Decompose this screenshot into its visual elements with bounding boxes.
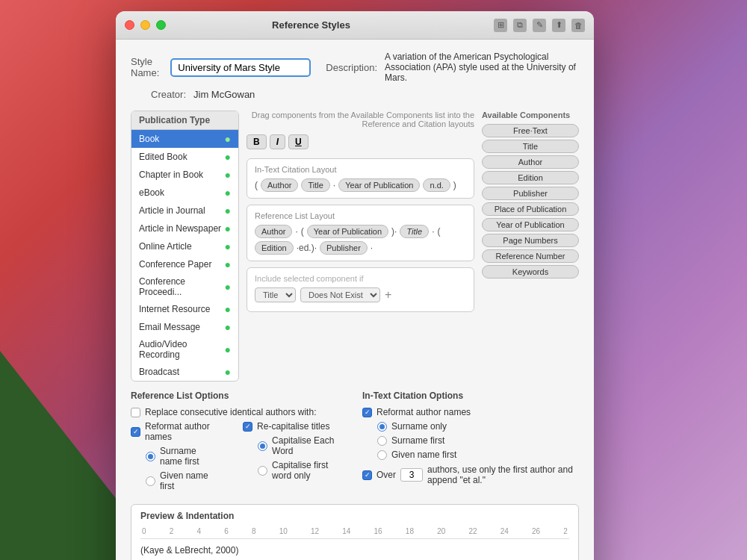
token-edition-ref[interactable]: Edition xyxy=(255,241,294,255)
avail-edition[interactable]: Edition xyxy=(482,171,579,184)
include-field-select[interactable]: Title xyxy=(255,287,296,302)
surname-only-row: Surname only xyxy=(377,421,579,432)
preview-section: Preview & Indentation 0 2 4 6 8 10 12 14… xyxy=(131,504,579,560)
capitalise-sub-group: Capitalise Each Word Capitalise first wo… xyxy=(243,435,347,481)
ruler: 0 2 4 6 8 10 12 14 16 18 20 22 24 26 2 xyxy=(140,526,569,539)
avail-publisher[interactable]: Publisher xyxy=(482,187,579,200)
intext-surname-first-radio[interactable] xyxy=(377,436,387,446)
check-icon-newspaper: ● xyxy=(225,223,231,234)
capitalise-each-row: Capitalise Each Word xyxy=(258,435,347,456)
surname-only-radio[interactable] xyxy=(377,422,387,432)
style-name-input[interactable] xyxy=(170,58,311,77)
pub-type-item-EditedBook[interactable]: Edited Book ● xyxy=(131,148,238,166)
avail-author[interactable]: Author xyxy=(482,155,579,169)
underline-button[interactable]: U xyxy=(288,134,309,149)
avail-ref-number[interactable]: Reference Number xyxy=(482,249,579,263)
add-condition-button[interactable]: + xyxy=(385,288,391,302)
icon-copy[interactable]: ⧉ xyxy=(513,19,527,32)
drag-hint: Drag components from the Available Compo… xyxy=(247,111,474,128)
replace-consecutive-cb[interactable] xyxy=(131,408,140,417)
token-title-intext[interactable]: Title xyxy=(301,178,329,192)
preview-title: Preview & Indentation xyxy=(140,511,569,521)
avail-year-pub[interactable]: Year of Publication xyxy=(482,218,579,231)
over-suffix: authors, use only the first author and a… xyxy=(427,464,579,485)
token-year-ref[interactable]: Year of Publication xyxy=(307,225,388,238)
window-body: Style Name: Description: A variation of … xyxy=(116,40,594,560)
titlebar-icons: ⊞ ⧉ ✎ ⬆ 🗑 xyxy=(494,19,585,32)
pub-type-item-ConferenceProceeding[interactable]: Conference Proceedi... ● xyxy=(131,273,238,300)
token-year[interactable]: Year of Publication xyxy=(338,178,420,192)
intext-given-name-radio[interactable] xyxy=(377,450,387,460)
over-cb[interactable] xyxy=(362,470,372,480)
right-col-options: Re-capitalise titles Capitalise Each Wor… xyxy=(243,421,347,495)
token-author[interactable]: Author xyxy=(261,178,298,192)
token-dot-ref2: · xyxy=(432,226,434,237)
avail-place-pub[interactable]: Place of Publication xyxy=(482,202,579,216)
token-ed-dot-ref: ·ed.)· xyxy=(297,243,317,253)
over-row: Over authors, use only the first author … xyxy=(362,464,579,485)
check-icon-book: ● xyxy=(225,133,231,145)
layout-area: Drag components from the Available Compo… xyxy=(247,111,474,382)
reformat-author-cb[interactable] xyxy=(131,427,140,437)
main-window: Reference Styles ⊞ ⧉ ✎ ⬆ 🗑 Style Name: D… xyxy=(116,11,594,560)
given-name-first-radio[interactable] xyxy=(146,476,155,486)
avail-title[interactable]: Title xyxy=(482,140,579,153)
pub-type-item-ConferencePaper[interactable]: Conference Paper ● xyxy=(131,255,238,273)
intext-surname-first-label: Surname first xyxy=(391,435,444,446)
publication-type-list: Publication Type Book ● Edited Book ● Ch… xyxy=(131,111,239,382)
surname-first-radio[interactable] xyxy=(146,452,155,461)
over-number-input[interactable] xyxy=(400,468,423,482)
pub-type-item-eBook[interactable]: eBook ● xyxy=(131,184,238,202)
token-punc-dot1: · xyxy=(333,180,335,190)
pub-type-item-ArticleJournal[interactable]: Article in Journal ● xyxy=(131,202,238,220)
icon-share[interactable]: ⬆ xyxy=(552,19,565,32)
intext-reformat-row: Reformat author names xyxy=(362,407,579,417)
toolbar-row: B I U xyxy=(247,134,474,149)
reflist-section: Reference List Layout Author · ( Year of… xyxy=(247,205,474,261)
token-punc-close: ) xyxy=(453,180,456,190)
include-condition-select[interactable]: Does Not Exist xyxy=(300,287,380,302)
check-icon-email: ● xyxy=(225,321,231,333)
avail-free-text[interactable]: Free·Text xyxy=(482,124,579,137)
intext-citation-options-title: In-Text Citation Options xyxy=(362,391,579,401)
available-components: Available Components Free·Text Title Aut… xyxy=(482,111,579,382)
pub-type-header: Publication Type xyxy=(131,111,238,130)
pub-type-item-Book[interactable]: Book ● xyxy=(131,130,238,148)
close-button[interactable] xyxy=(125,20,134,30)
pub-type-item-ArticleNewspaper[interactable]: Article in Newspaper ● xyxy=(131,220,238,237)
italic-button[interactable]: I xyxy=(270,134,285,149)
token-author-ref[interactable]: Author xyxy=(255,225,292,238)
icon-edit[interactable]: ✎ xyxy=(533,19,546,32)
replace-consecutive-label: Replace consecutive identical authors wi… xyxy=(145,407,316,417)
icon-add[interactable]: ⊞ xyxy=(494,19,507,32)
token-nd[interactable]: n.d. xyxy=(423,178,450,192)
creator-label: Creator: xyxy=(131,89,186,100)
icon-delete[interactable]: 🗑 xyxy=(571,19,585,32)
capitalise-each-label: Capitalise Each Word xyxy=(272,435,347,456)
pub-type-item-Broadcast[interactable]: Broadcast ● xyxy=(131,363,238,381)
avail-page-numbers[interactable]: Page Numbers xyxy=(482,234,579,247)
reformat-author-row: Reformat author names xyxy=(131,421,220,442)
style-name-label: Style Name: xyxy=(131,56,163,78)
intext-citation-title: In-Text Citation Layout xyxy=(255,165,466,174)
token-dot-ref3: · xyxy=(371,243,373,253)
capitalise-first-radio[interactable] xyxy=(258,466,267,476)
pub-type-item-EmailMessage[interactable]: Email Message ● xyxy=(131,318,238,336)
capitalise-first-row: Capitalise first word only xyxy=(258,460,347,481)
avail-keywords[interactable]: Keywords xyxy=(482,265,579,279)
replace-consecutive-row: Replace consecutive identical authors wi… xyxy=(131,407,347,417)
capitalise-each-radio[interactable] xyxy=(258,441,267,451)
creator-row: Creator: Jim McGowan xyxy=(131,89,579,100)
pub-type-item-InternetResource[interactable]: Internet Resource ● xyxy=(131,300,238,318)
pub-type-item-ChapterInBook[interactable]: Chapter in Book ● xyxy=(131,166,238,184)
bold-button[interactable]: B xyxy=(247,134,267,149)
token-title-ref[interactable]: Title xyxy=(400,225,429,238)
intext-reformat-cb[interactable] xyxy=(362,408,372,417)
token-publisher-ref[interactable]: Publisher xyxy=(320,241,368,255)
reflist-tokens: Author · ( Year of Publication )· Title … xyxy=(255,225,466,255)
intext-reformat-label: Reformat author names xyxy=(376,407,471,417)
recapitalise-cb[interactable] xyxy=(243,422,252,432)
include-title: Include selected component if xyxy=(255,274,466,283)
pub-type-item-AudioVideo[interactable]: Audio/Video Recording ● xyxy=(131,336,238,363)
pub-type-item-OnlineArticle[interactable]: Online Article ● xyxy=(131,237,238,255)
